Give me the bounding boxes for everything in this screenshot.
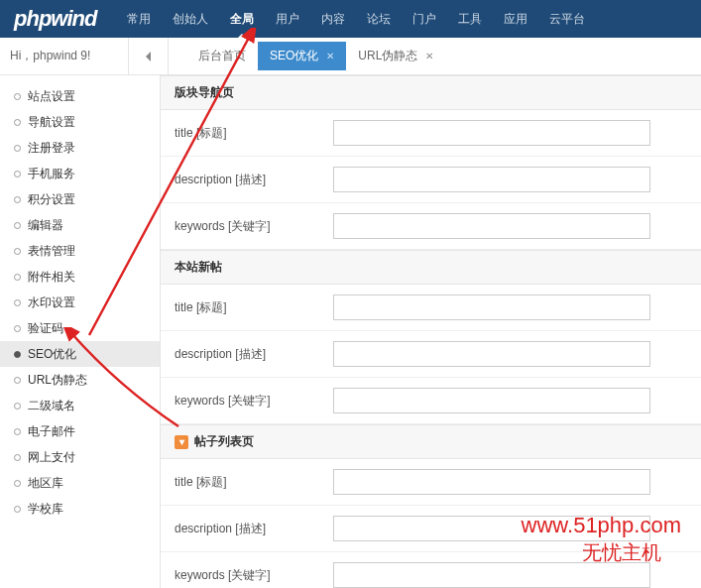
form-input-wrap: [333, 516, 687, 541]
form-row: keywords [关键字]: [161, 203, 701, 250]
tab-label: SEO优化: [270, 48, 318, 64]
form-label: description [描述]: [175, 346, 333, 363]
text-input[interactable]: [333, 562, 650, 588]
form-input-wrap: [333, 562, 687, 588]
sidebar-item-7[interactable]: 附件相关: [0, 264, 160, 290]
text-input[interactable]: [333, 388, 650, 413]
sidebar-item-14[interactable]: 网上支付: [0, 444, 160, 470]
sidebar-item-16[interactable]: 学校库: [0, 496, 160, 522]
form-row: title [标题]: [161, 110, 701, 157]
form-input-wrap: [333, 294, 687, 320]
text-input[interactable]: [333, 167, 650, 192]
sidebar-item-3[interactable]: 手机服务: [0, 161, 160, 186]
sidebar-item-10[interactable]: SEO优化: [0, 341, 160, 367]
sidebar-item-5[interactable]: 编辑器: [0, 212, 160, 238]
second-bar: Hi，phpwind 9! 后台首页SEO优化✕URL伪静态✕: [0, 38, 701, 75]
section-title: 版块导航页: [175, 84, 234, 101]
content-panel: 版块导航页title [标题]description [描述]keywords …: [161, 75, 701, 588]
text-input[interactable]: [333, 213, 650, 239]
section-header-0[interactable]: 版块导航页: [161, 75, 701, 110]
form-label: description [描述]: [175, 172, 333, 188]
greeting-text: Hi，phpwind 9!: [0, 38, 129, 74]
tab-1[interactable]: SEO优化✕: [258, 42, 346, 70]
back-button[interactable]: [129, 38, 169, 74]
topnav-item-8[interactable]: 应用: [493, 0, 538, 38]
topnav-item-1[interactable]: 创始人: [162, 0, 219, 38]
top-nav: 常用创始人全局用户内容论坛门户工具应用云平台: [116, 0, 596, 38]
topnav-item-2[interactable]: 全局: [219, 0, 265, 38]
form-label: description [描述]: [175, 521, 333, 537]
main-area: 站点设置导航设置注册登录手机服务积分设置编辑器表情管理附件相关水印设置验证码SE…: [0, 75, 701, 588]
back-arrow-icon: [143, 51, 155, 62]
form-input-wrap: [333, 341, 687, 367]
form-input-wrap: [333, 469, 687, 495]
form-input-wrap: [333, 213, 687, 239]
section-title: 本站新帖: [175, 259, 222, 276]
sidebar-item-8[interactable]: 水印设置: [0, 290, 160, 315]
form-row: description [描述]: [161, 331, 701, 378]
form-input-wrap: [333, 388, 687, 413]
text-input[interactable]: [333, 120, 650, 146]
topnav-item-3[interactable]: 用户: [265, 0, 310, 38]
text-input[interactable]: [333, 516, 650, 541]
topnav-item-7[interactable]: 工具: [447, 0, 493, 38]
sidebar-item-0[interactable]: 站点设置: [0, 83, 160, 109]
sidebar-item-6[interactable]: 表情管理: [0, 238, 160, 264]
form-label: keywords [关键字]: [175, 393, 333, 410]
topnav-item-0[interactable]: 常用: [116, 0, 162, 38]
sidebar-item-4[interactable]: 积分设置: [0, 186, 160, 212]
topnav-item-4[interactable]: 内容: [310, 0, 356, 38]
text-input[interactable]: [333, 341, 650, 367]
logo: phpwind: [14, 6, 96, 32]
sidebar-item-13[interactable]: 电子邮件: [0, 418, 160, 444]
sidebar-item-11[interactable]: URL伪静态: [0, 367, 160, 393]
form-label: title [标题]: [175, 299, 333, 316]
form-row: keywords [关键字]: [161, 378, 701, 424]
section-header-1[interactable]: 本站新帖: [161, 250, 701, 285]
text-input[interactable]: [333, 294, 650, 320]
topnav-item-9[interactable]: 云平台: [538, 0, 596, 38]
sidebar: 站点设置导航设置注册登录手机服务积分设置编辑器表情管理附件相关水印设置验证码SE…: [0, 75, 161, 588]
form-label: title [标题]: [175, 125, 333, 142]
close-icon[interactable]: ✕: [326, 51, 334, 61]
sidebar-item-12[interactable]: 二级域名: [0, 393, 160, 418]
close-icon[interactable]: ✕: [425, 51, 433, 61]
form-row: description [描述]: [161, 157, 701, 203]
topnav-item-5[interactable]: 论坛: [356, 0, 402, 38]
sidebar-item-2[interactable]: 注册登录: [0, 135, 160, 161]
tab-2[interactable]: URL伪静态✕: [346, 42, 445, 70]
tab-bar: 后台首页SEO优化✕URL伪静态✕: [169, 38, 445, 74]
form-row: title [标题]: [161, 459, 701, 506]
tab-label: 后台首页: [198, 48, 246, 64]
section-header-2[interactable]: ▾帖子列表页: [161, 424, 701, 459]
form-row: title [标题]: [161, 285, 701, 331]
topnav-item-6[interactable]: 门户: [402, 0, 447, 38]
top-bar: phpwind 常用创始人全局用户内容论坛门户工具应用云平台: [0, 0, 701, 38]
tab-0[interactable]: 后台首页: [186, 42, 258, 70]
tab-label: URL伪静态: [358, 48, 417, 64]
form-input-wrap: [333, 167, 687, 192]
form-label: title [标题]: [175, 474, 333, 491]
form-row: keywords [关键字]: [161, 552, 701, 588]
form-label: keywords [关键字]: [175, 567, 333, 584]
form-row: description [描述]: [161, 506, 701, 552]
sidebar-item-9[interactable]: 验证码: [0, 315, 160, 341]
text-input[interactable]: [333, 469, 650, 495]
section-title: 帖子列表页: [194, 433, 254, 450]
sidebar-item-15[interactable]: 地区库: [0, 470, 160, 496]
collapse-icon: ▾: [175, 435, 188, 449]
sidebar-item-1[interactable]: 导航设置: [0, 109, 160, 135]
form-label: keywords [关键字]: [175, 218, 333, 235]
form-input-wrap: [333, 120, 687, 146]
